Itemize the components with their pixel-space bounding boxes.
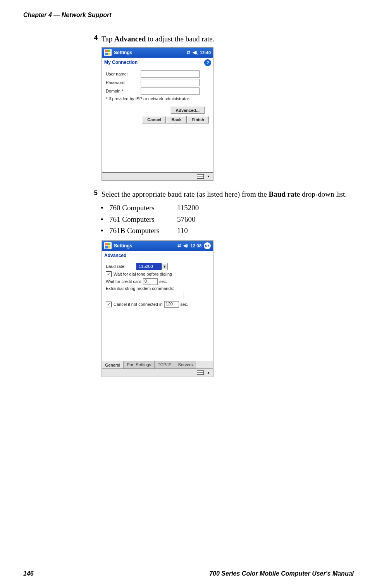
page-header: Chapter 4 — Network Support bbox=[23, 12, 354, 19]
computer-model: 761 Computers bbox=[109, 214, 177, 225]
titlebar-icons: ⇄ ◀ξ 12:38 ok bbox=[177, 242, 211, 249]
clock[interactable]: 12:40 bbox=[200, 50, 211, 55]
baud-dropdown[interactable]: 115200 ▾ bbox=[136, 263, 168, 270]
arrow-up-icon[interactable]: ▲ bbox=[207, 371, 210, 374]
cancelnot-checkbox[interactable]: ✓ bbox=[106, 302, 112, 307]
waitcredit-row: Wait for credit card 0 sec. bbox=[106, 278, 209, 285]
domain-input[interactable] bbox=[141, 87, 200, 95]
password-row: Password: bbox=[106, 79, 209, 86]
step-4: 4 Tap Advanced to adjust the baud rate. bbox=[89, 34, 354, 44]
start-icon[interactable] bbox=[104, 242, 112, 249]
bold-term: Advanced bbox=[114, 35, 146, 43]
waitdial-checkbox[interactable]: ✓ bbox=[106, 271, 112, 277]
username-label: User name: bbox=[106, 72, 141, 76]
advanced-row: Advanced... bbox=[106, 106, 205, 114]
titlebar-title: Settings bbox=[114, 50, 187, 55]
sec-label: sec. bbox=[159, 279, 167, 284]
cancelnot-input[interactable]: 120 bbox=[164, 301, 179, 308]
tab-bar: General Port Settings TCP/IP Servers bbox=[102, 361, 213, 369]
keyboard-icon[interactable] bbox=[197, 174, 204, 179]
step-number: 4 bbox=[89, 34, 98, 44]
titlebar: Settings ⇄ ◀ξ 12:40 bbox=[102, 48, 213, 58]
form-area: User name: Password: Domain:* * If provi… bbox=[102, 67, 213, 172]
baud-label: Baud rate: bbox=[106, 264, 136, 269]
manual-title: 700 Series Color Mobile Computer User's … bbox=[209, 570, 354, 577]
form-area: Baud rate: 115200 ▾ ✓ Wait for dial tone… bbox=[102, 259, 213, 361]
sip-bar: ▲ bbox=[102, 172, 213, 180]
cancel-button[interactable]: Cancel bbox=[142, 116, 166, 123]
nav-buttons: Cancel Back Finish bbox=[106, 116, 209, 123]
chapter-number: Chapter 4 bbox=[23, 12, 52, 18]
tab-general[interactable]: General bbox=[102, 361, 124, 369]
extra-label: Extra dial-string modem commands: bbox=[106, 286, 209, 291]
computer-model: 760 Computers bbox=[109, 202, 177, 213]
waitdial-row: ✓ Wait for dial tone before dialing bbox=[106, 271, 209, 277]
cancel-notconnected-row: ✓ Cancel if not connected in 120 sec. bbox=[106, 301, 209, 308]
domain-label: Domain:* bbox=[106, 89, 141, 93]
extra-input[interactable] bbox=[106, 292, 184, 299]
back-button[interactable]: Back bbox=[166, 116, 186, 123]
page-number: 146 bbox=[23, 570, 34, 577]
page-subtitle-row: Advanced bbox=[102, 251, 213, 259]
bullet-icon: • bbox=[101, 214, 109, 225]
password-label: Password: bbox=[106, 80, 141, 85]
help-icon[interactable]: ? bbox=[205, 60, 211, 66]
bullet-icon: • bbox=[101, 225, 109, 236]
text: drop-down list. bbox=[300, 190, 347, 198]
waitcredit-label: Wait for credit card bbox=[106, 279, 141, 284]
text: to adjust the baud rate. bbox=[146, 35, 214, 43]
connectivity-icon[interactable]: ⇄ bbox=[177, 243, 181, 248]
titlebar: Settings ⇄ ◀ξ 12:38 ok bbox=[102, 241, 213, 251]
screenshot-advanced: Settings ⇄ ◀ξ 12:38 ok Advanced Baud rat… bbox=[102, 240, 213, 377]
bullet-icon: • bbox=[101, 202, 109, 213]
domain-row: Domain:* bbox=[106, 87, 209, 95]
volume-icon[interactable]: ◀ξ bbox=[193, 50, 198, 55]
page-subtitle: My Connection bbox=[104, 60, 138, 66]
titlebar-title: Settings bbox=[114, 243, 177, 249]
titlebar-icons: ⇄ ◀ξ 12:40 bbox=[187, 50, 211, 55]
username-input[interactable] bbox=[141, 70, 200, 78]
password-input[interactable] bbox=[141, 79, 200, 86]
page: Chapter 4 — Network Support 4 Tap Advanc… bbox=[0, 0, 377, 588]
connectivity-icon[interactable]: ⇄ bbox=[187, 50, 190, 55]
arrow-up-icon[interactable]: ▲ bbox=[207, 175, 210, 178]
dash: — bbox=[53, 12, 60, 18]
computer-model: 761B Computers bbox=[109, 225, 177, 236]
baud-selected: 115200 bbox=[136, 263, 162, 270]
chevron-down-icon: ▾ bbox=[162, 264, 167, 269]
ok-button[interactable]: ok bbox=[204, 242, 211, 249]
page-subtitle: Advanced bbox=[104, 253, 126, 258]
chapter-title: Network Support bbox=[62, 12, 112, 18]
step-5: 5 Select the appropriate baud rate (as l… bbox=[89, 189, 354, 199]
waitcredit-input[interactable]: 0 bbox=[143, 278, 158, 285]
tab-port-settings[interactable]: Port Settings bbox=[124, 361, 155, 369]
baud-row: Baud rate: 115200 ▾ bbox=[106, 263, 209, 270]
step-text: Select the appropriate baud rate (as lis… bbox=[102, 189, 347, 199]
baud-rate-list: • 760 Computers 115200 • 761 Computers 5… bbox=[101, 202, 354, 236]
baud-value: 115200 bbox=[177, 202, 199, 213]
finish-button[interactable]: Finish bbox=[187, 116, 209, 123]
chapter-label: Chapter 4 — Network Support bbox=[23, 12, 112, 19]
sip-bar: ▲ bbox=[102, 369, 213, 377]
cancelnot-label: Cancel if not connected in bbox=[114, 302, 163, 307]
list-item: • 761B Computers 110 bbox=[101, 225, 354, 236]
start-icon[interactable] bbox=[104, 49, 112, 56]
baud-value: 57600 bbox=[177, 214, 196, 225]
step-number: 5 bbox=[89, 189, 98, 199]
tab-tcpip[interactable]: TCP/IP bbox=[155, 361, 175, 369]
screenshot-my-connection: Settings ⇄ ◀ξ 12:40 My Connection ? User… bbox=[102, 47, 213, 181]
clock[interactable]: 12:38 bbox=[191, 243, 201, 248]
bold-term: Baud rate bbox=[269, 190, 300, 198]
tab-servers[interactable]: Servers bbox=[175, 361, 196, 369]
volume-icon[interactable]: ◀ξ bbox=[183, 243, 188, 248]
list-item: • 761 Computers 57600 bbox=[101, 214, 354, 225]
content-area: 4 Tap Advanced to adjust the baud rate. … bbox=[89, 34, 354, 377]
text: Tap bbox=[102, 35, 114, 43]
sec-label: sec. bbox=[181, 302, 188, 307]
list-item: • 760 Computers 115200 bbox=[101, 202, 354, 213]
keyboard-icon[interactable] bbox=[197, 370, 204, 375]
page-subtitle-row: My Connection ? bbox=[102, 58, 213, 67]
step-text: Tap Advanced to adjust the baud rate. bbox=[102, 34, 215, 44]
baud-value: 110 bbox=[177, 225, 188, 236]
advanced-button[interactable]: Advanced... bbox=[170, 106, 205, 114]
